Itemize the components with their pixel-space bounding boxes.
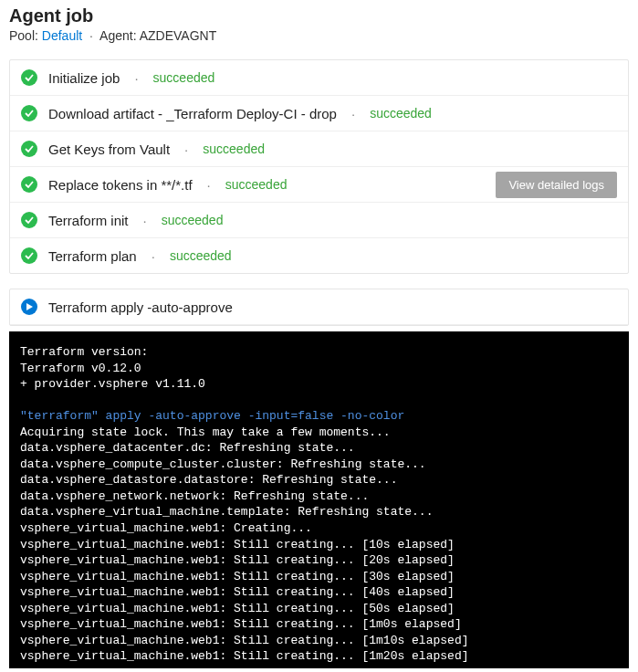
agent-label: Agent: — [99, 28, 136, 43]
step-status: succeeded — [203, 142, 265, 156]
separator: · — [143, 213, 147, 228]
terminal-output: Terraform version: Terraform v0.12.0 + p… — [9, 331, 629, 668]
running-icon — [21, 299, 37, 315]
step-label: Download artifact - _Terraform Deploy-CI… — [48, 106, 337, 121]
agent-info: Pool: Default · Agent: AZDEVAGNT — [9, 28, 629, 43]
running-step[interactable]: Terraform apply -auto-approve — [10, 289, 628, 325]
step-label: Terraform plan — [48, 248, 137, 264]
step-label: Terraform init — [48, 213, 129, 228]
running-step-label: Terraform apply -auto-approve — [48, 299, 233, 315]
pool-link[interactable]: Default — [42, 28, 82, 43]
terminal-command: "terraform" apply -auto-approve -input=f… — [20, 409, 404, 423]
step-row[interactable]: Replace tokens in **/*.tf·succeededView … — [10, 167, 628, 203]
page-title: Agent job — [9, 5, 629, 26]
step-row[interactable]: Download artifact - _Terraform Deploy-CI… — [10, 96, 628, 131]
step-row[interactable]: Get Keys from Vault·succeeded — [10, 131, 628, 167]
success-icon — [21, 212, 37, 228]
step-label: Initialize job — [48, 70, 120, 86]
success-icon — [21, 105, 37, 121]
success-icon — [21, 247, 37, 264]
success-icon — [21, 176, 37, 193]
step-row[interactable]: Initialize job·succeeded — [10, 60, 628, 96]
step-status: succeeded — [162, 213, 224, 227]
view-detailed-logs-button[interactable]: View detailed logs — [496, 172, 617, 198]
separator: · — [89, 28, 93, 43]
step-row[interactable]: Terraform plan·succeeded — [10, 238, 628, 273]
separator: · — [351, 106, 355, 121]
svg-marker-0 — [26, 303, 33, 310]
step-label: Replace tokens in **/*.tf — [48, 177, 193, 193]
success-icon — [21, 141, 37, 157]
step-status: succeeded — [225, 177, 288, 192]
running-step-block: Terraform apply -auto-approve — [9, 289, 629, 326]
agent-name: AZDEVAGNT — [140, 28, 217, 43]
step-row[interactable]: Terraform init·succeeded — [10, 203, 628, 238]
success-icon — [21, 69, 37, 86]
job-header: Agent job Pool: Default · Agent: AZDEVAG… — [0, 0, 638, 52]
separator: · — [134, 70, 138, 86]
step-status: succeeded — [170, 248, 232, 263]
step-status: succeeded — [153, 70, 215, 85]
separator: · — [184, 142, 188, 157]
pool-label: Pool: — [9, 28, 38, 43]
separator: · — [152, 248, 155, 264]
separator: · — [207, 177, 211, 193]
step-status: succeeded — [370, 106, 432, 121]
step-label: Get Keys from Vault — [48, 142, 170, 157]
steps-list: Initialize job·succeededDownload artifac… — [9, 59, 629, 274]
